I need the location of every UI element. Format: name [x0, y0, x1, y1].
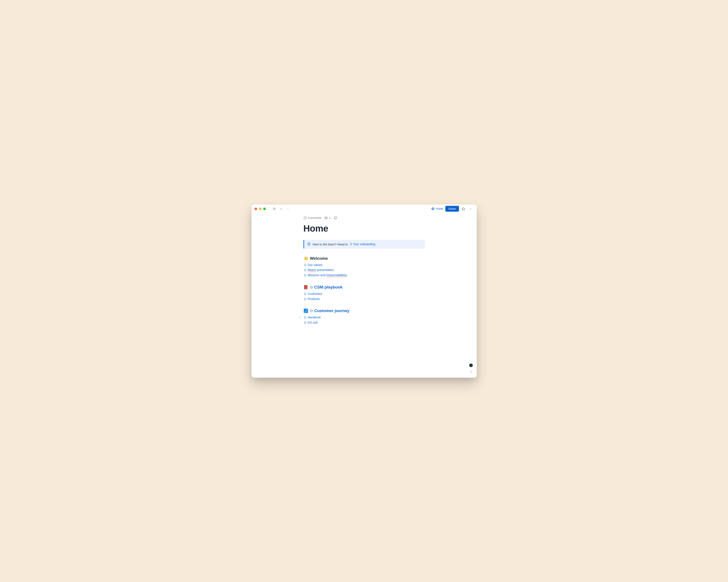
nav-back-button[interactable] — [278, 206, 284, 212]
link-our-values[interactable]: Our values — [304, 262, 425, 268]
more-horizontal-icon — [469, 207, 473, 211]
book-emoji-icon: 📕 — [304, 285, 308, 289]
minimize-window-icon[interactable] — [259, 207, 261, 210]
close-window-icon[interactable] — [255, 207, 257, 210]
page-icon — [304, 322, 307, 324]
app-window: Public Share Comments — [252, 204, 477, 378]
status-emoji-icon[interactable]: 🌑 — [469, 363, 473, 367]
heading-customer-journey[interactable]: 🗾 Customer journey — [304, 308, 425, 313]
welcome-links: Our values Meero presentation Missions a… — [304, 262, 425, 278]
heading-csm-playbook[interactable]: 📕 CSM playbook — [304, 285, 425, 289]
comments-label: Comments — [308, 216, 322, 219]
playbook-links: Customers Products — [304, 291, 425, 302]
floating-controls: 🌑 ? — [469, 363, 474, 375]
traffic-lights — [255, 207, 266, 210]
star-icon — [462, 207, 465, 211]
eye-icon — [324, 216, 328, 219]
journey-links: Handover KO call — [304, 315, 425, 325]
page-icon — [304, 293, 307, 295]
map-emoji-icon: 🗾 — [304, 308, 308, 313]
comments-button[interactable]: Comments — [304, 216, 322, 219]
page-icon — [304, 269, 307, 271]
svg-point-8 — [471, 209, 472, 209]
titlebar: Public Share — [252, 204, 477, 213]
svg-point-17 — [309, 243, 309, 244]
help-button[interactable]: ? — [469, 369, 474, 375]
page-icon — [310, 286, 313, 289]
page-icon — [304, 298, 307, 300]
svg-point-9 — [326, 217, 327, 218]
svg-point-6 — [470, 209, 470, 209]
link-products[interactable]: Products — [304, 297, 425, 302]
favorite-button[interactable] — [461, 206, 466, 212]
add-reaction-button[interactable] — [334, 216, 337, 219]
page-icon — [349, 243, 352, 245]
toolbar-right: Public Share — [431, 206, 473, 212]
svg-point-7 — [470, 209, 471, 209]
onboarding-callout: New to the team? Head to Your onboarding — [304, 240, 425, 249]
views-indicator[interactable]: 1 — [324, 216, 331, 219]
link-customers[interactable]: Customers — [304, 291, 425, 297]
wave-emoji-icon: 👋 — [304, 256, 308, 261]
page-meta-row: Comments 1 — [304, 216, 425, 219]
more-options-button[interactable] — [468, 206, 474, 212]
nav-forward-button[interactable] — [285, 206, 291, 212]
zoom-window-icon[interactable] — [263, 207, 266, 210]
public-visibility-button[interactable]: Public — [431, 207, 443, 211]
public-label: Public — [436, 207, 443, 211]
page-content: Comments 1 Home — [304, 213, 425, 345]
heading-welcome: 👋 Welcome — [304, 256, 425, 261]
content-scroll[interactable]: Comments 1 Home — [252, 213, 477, 378]
section-csm-playbook: 📕 CSM playbook Customers Products — [304, 285, 425, 302]
globe-icon — [431, 207, 435, 211]
page-icon — [310, 309, 313, 312]
views-count: 1 — [329, 216, 331, 219]
heading-welcome-text: Welcome — [310, 256, 328, 261]
page-icon — [304, 316, 307, 319]
page-icon — [304, 264, 307, 266]
section-customer-journey: 🗾 Customer journey Handov — [304, 308, 425, 325]
link-handover[interactable]: Handover — [304, 315, 425, 320]
link-ko-call[interactable]: KO call — [304, 320, 425, 325]
share-button[interactable]: Share — [445, 206, 459, 212]
section-welcome: 👋 Welcome Our values Meero presentation … — [304, 256, 425, 278]
toggle-sidebar-button[interactable] — [271, 206, 277, 212]
callout-text: New to the team? Head to Your onboarding — [313, 242, 375, 246]
nav-controls — [271, 206, 291, 212]
page-title: Home — [304, 223, 425, 234]
onboarding-link[interactable]: Your onboarding — [349, 242, 375, 246]
smile-plus-icon — [334, 216, 337, 219]
comment-icon — [304, 216, 307, 219]
svg-marker-5 — [462, 207, 465, 210]
link-missions-responsibilities[interactable]: Missions and responsabilities — [304, 273, 425, 278]
page-icon — [304, 274, 307, 277]
drag-handle-icon[interactable] — [298, 315, 301, 318]
info-icon — [307, 242, 311, 246]
link-meero-presentation[interactable]: Meero presentation — [304, 268, 425, 273]
